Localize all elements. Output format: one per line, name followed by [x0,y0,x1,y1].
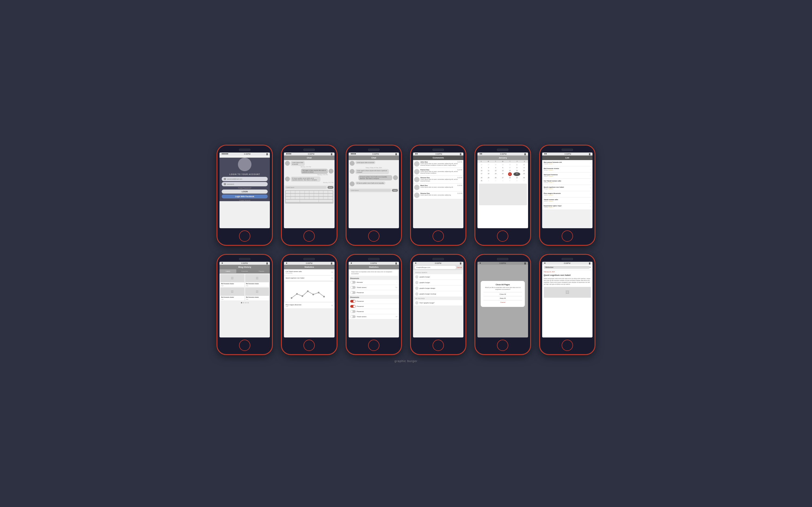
calendar-cell[interactable]: 6 [499,166,506,169]
calendar-cell[interactable]: 6 [520,179,527,182]
list-item[interactable]: Quod cognitum non habet Design ★★★★☆ › [542,185,593,191]
key[interactable] [300,200,318,202]
list-item[interactable]: Tubuli nomen odio Interior ★★★★☆ › [542,198,593,204]
calendar-cell[interactable]: 27 [499,176,506,179]
key[interactable] [305,194,309,196]
calendar-cell[interactable]: 31 [478,179,485,182]
list-item[interactable]: Nisl honeste vivatur Design ★★★★☆ › [542,166,593,172]
key[interactable] [319,197,323,199]
calendar-cell[interactable]: 2 [492,179,499,182]
key[interactable] [314,194,318,196]
calendar-cell[interactable]: 23 [520,172,527,176]
calendar-cell[interactable]: 2 [520,163,527,166]
find-on-page[interactable]: Find "graphic burger" [414,300,462,306]
key[interactable] [328,194,333,196]
key[interactable] [286,191,290,193]
list-item[interactable]: Non posse honeste vivi Fashion ★★★☆☆ › [542,160,593,166]
cancel-button[interactable]: Cancel [484,300,522,304]
calendar-cell[interactable]: 3 [478,166,485,169]
key[interactable] [300,191,304,193]
key[interactable] [309,197,314,199]
toggle-switch[interactable] [350,305,356,308]
list-item[interactable]: Experiamur igitur inqui Fashion ★★★☆☆ › [542,204,593,210]
key[interactable] [291,191,295,193]
key[interactable] [300,197,304,199]
calendar-cell[interactable]: 12 [492,169,499,172]
calendar-cell[interactable]: 22 [513,172,520,176]
key[interactable] [323,191,328,193]
key[interactable] [309,191,314,193]
key[interactable] [319,194,323,196]
search-result-item[interactable]: graphic burger [414,274,462,280]
toggle-switch[interactable] [350,300,356,302]
calendar-cell[interactable]: 24 [478,176,485,179]
tab-favorites[interactable]: Favorites [236,269,253,273]
url-bar[interactable]: GraphicBurger.com [415,266,456,269]
list-item[interactable]: Sed quot homines Interior ★★★★☆ › [542,172,593,179]
key[interactable] [295,191,300,193]
key[interactable] [314,197,318,199]
calendar-cell[interactable]: 1 [513,163,520,166]
key[interactable] [328,191,333,193]
calendar-cell[interactable]: 18 [485,172,492,176]
key[interactable] [291,197,295,199]
calendar-cell[interactable]: 11 [485,169,492,172]
create-account-link[interactable]: Create Account [219,200,270,201]
calendar-cell[interactable]: 4 [506,179,513,182]
calendar-cell[interactable]: 7 [506,166,513,169]
blog-card[interactable]: 🖼 Nisl honeste vivatur Style [245,274,269,287]
calendar-cell[interactable]: 24 [478,163,485,166]
calendar-cell[interactable]: 29 [513,176,520,179]
keep-all-button[interactable]: Keep All [484,296,522,300]
list-item[interactable]: Cui Tubuli nomen odio Fashion ★★★☆☆ › [542,179,593,185]
list-item[interactable]: Piso magna dissensio Interior ★★★★☆ › [542,191,593,198]
toggle-switch[interactable] [350,291,356,294]
key[interactable] [309,194,314,196]
tab-latest[interactable]: Latest [219,269,236,273]
key[interactable] [295,197,300,199]
email-field[interactable]: youremail@mail.com [222,177,268,181]
calendar-cell[interactable]: 21 [508,172,512,176]
calendar-cell[interactable]: 15 [513,169,520,172]
calendar-cell[interactable]: 19 [492,172,499,176]
calendar-cell[interactable]: 17 [478,172,485,176]
chat-input[interactable]: Lorem ipsum [285,186,327,189]
calendar-cell[interactable]: 28 [492,163,499,166]
cancel-button[interactable]: Cancel [457,267,462,268]
calendar-cell[interactable]: 3 [499,179,506,182]
calendar-cell[interactable]: 20 [499,172,506,176]
facebook-login-button[interactable]: Login With Facebook [222,194,268,199]
key[interactable] [300,194,304,196]
send-button[interactable]: Send [327,186,334,189]
key[interactable] [323,197,328,199]
toggle-switch[interactable] [350,286,356,289]
calendar-cell[interactable]: 30 [520,176,527,179]
chat-input[interactable]: Lorem ipsum [350,189,391,192]
key[interactable] [319,200,333,202]
calendar-cell[interactable]: 5 [492,166,499,169]
blog-card[interactable]: 🖼 Nisl honeste vivatur Style [220,288,244,300]
key[interactable] [314,191,318,193]
calendar-cell[interactable]: 16 [520,169,527,172]
blog-card[interactable]: 🖼 Nisl honeste vivatur Style [220,274,244,287]
calendar-cell[interactable]: 14 [506,169,513,172]
key[interactable] [305,191,309,193]
tab-popular[interactable]: Popular [253,269,270,273]
calendar-cell[interactable]: 25 [485,176,492,179]
calendar-cell[interactable]: 9 [520,166,527,169]
toggle-switch[interactable] [350,310,356,313]
calendar-cell[interactable]: 4 [485,166,492,169]
calendar-cell[interactable]: 1 [485,179,492,182]
password-field[interactable]: password [222,182,268,186]
toggle-switch[interactable] [350,281,356,284]
close-all-button[interactable]: Close All [484,292,522,296]
toggle-switch[interactable] [350,315,356,318]
key[interactable] [328,197,333,199]
calendar-cell[interactable]: 28 [506,176,513,179]
key[interactable] [286,200,300,202]
key[interactable] [319,191,323,193]
calendar-cell[interactable]: 5 [513,179,520,182]
key[interactable] [305,197,309,199]
key[interactable] [286,197,290,199]
calendar-cell[interactable]: 10 [478,169,485,172]
